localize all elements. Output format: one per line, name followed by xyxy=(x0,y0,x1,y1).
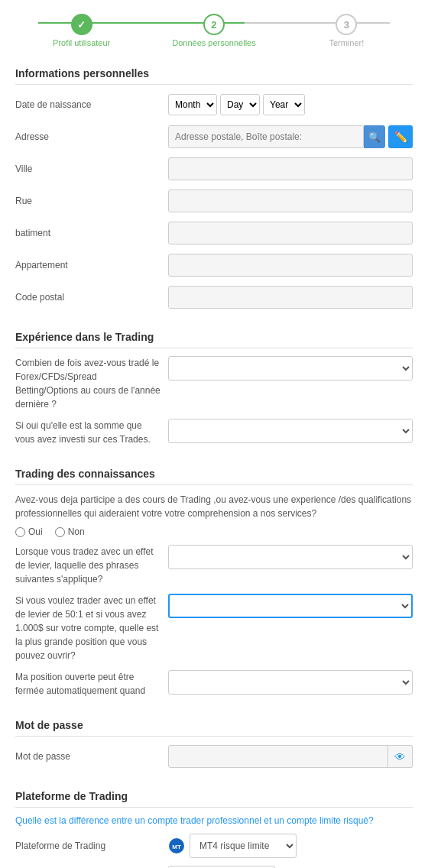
svg-text:MT: MT xyxy=(172,844,181,850)
address-input-wrapper: 🔍 ✏️ xyxy=(168,125,413,148)
personal-info-section: Informations personnelles Date de naissa… xyxy=(0,53,428,309)
apartment-input[interactable] xyxy=(168,254,413,277)
edit-icon: ✏️ xyxy=(394,131,407,143)
dob-inputs: Month Day Year xyxy=(168,94,413,115)
knowledge-q5-select[interactable] xyxy=(168,670,413,695)
trading-experience-title: Expérience dans le Trading xyxy=(15,325,413,348)
password-title: Mot de passe xyxy=(15,713,413,737)
postal-row: Code postal xyxy=(15,285,413,309)
password-eye-button[interactable]: 👁 xyxy=(388,745,413,768)
personal-info-title: Informations personnelles xyxy=(15,61,413,85)
password-row: Mot de passe 👁 xyxy=(15,744,413,769)
password-label: Mot de passe xyxy=(15,750,168,763)
password-section: Mot de passe Mot de passe 👁 xyxy=(0,705,428,769)
step-3-circle: 3 xyxy=(336,14,357,35)
step-2-circle: 2 xyxy=(203,14,225,35)
dob-year-select[interactable]: Year xyxy=(263,94,305,115)
building-row: batiment xyxy=(15,221,413,245)
platform-row: Plateforme de Trading MT MT4 risque limi… xyxy=(15,834,413,858)
oui-radio[interactable] xyxy=(15,527,25,537)
address-input[interactable] xyxy=(168,125,364,148)
oui-label: Oui xyxy=(28,526,43,537)
apartment-input-wrapper xyxy=(168,254,413,277)
knowledge-q3-input-wrapper xyxy=(168,545,413,586)
knowledge-q5-input-wrapper xyxy=(168,670,413,698)
stepper: ✓ Profil utilisateur 2 Données personnel… xyxy=(0,0,428,53)
city-input[interactable] xyxy=(168,157,413,180)
trading-q1-select[interactable] xyxy=(168,356,413,381)
knowledge-q4-select[interactable] xyxy=(168,594,413,618)
building-input[interactable] xyxy=(168,222,413,245)
street-input[interactable] xyxy=(168,189,413,212)
address-search-button[interactable]: 🔍 xyxy=(364,125,385,148)
apartment-label: Appartement xyxy=(15,259,168,272)
oui-non-group: Oui Non xyxy=(15,526,413,537)
knowledge-q5-label: Ma position ouverte peut être fermée aut… xyxy=(15,670,168,698)
dob-month-select[interactable]: Month xyxy=(168,94,217,115)
city-row: Ville xyxy=(15,157,413,181)
knowledge-q4-row: Si vous voulez trader avec un effet de l… xyxy=(15,594,413,662)
street-label: Rue xyxy=(15,195,168,208)
building-label: batiment xyxy=(15,227,168,240)
postal-input-wrapper xyxy=(168,286,413,309)
postal-label: Code postal xyxy=(15,291,168,304)
trading-q1-input-wrapper xyxy=(168,356,413,411)
city-input-wrapper xyxy=(168,157,413,180)
step-1-circle: ✓ xyxy=(71,14,92,35)
non-label: Non xyxy=(68,526,85,537)
apartment-row: Appartement xyxy=(15,253,413,277)
oui-radio-label[interactable]: Oui xyxy=(15,526,43,537)
trading-platform-section: Plateforme de Trading Quelle est la diff… xyxy=(0,776,428,868)
step-1-label: Profil utilisateur xyxy=(53,38,110,47)
address-row: Adresse 🔍 ✏️ xyxy=(15,125,413,149)
address-controls: 🔍 ✏️ xyxy=(168,125,413,148)
step-3-number: 3 xyxy=(344,19,349,31)
trading-q1-row: Combien de fois avez-vous tradé le Forex… xyxy=(15,356,413,411)
eye-icon: 👁 xyxy=(394,750,406,763)
postal-input[interactable] xyxy=(168,286,413,309)
dob-label: Date de naissance xyxy=(15,99,168,112)
knowledge-q5-row: Ma position ouverte peut être fermée aut… xyxy=(15,670,413,698)
address-edit-button[interactable]: ✏️ xyxy=(388,125,413,148)
step-1: ✓ Profil utilisateur xyxy=(15,14,148,47)
trading-q2-label: Si oui qu'elle est la somme que vous ave… xyxy=(15,419,168,446)
step-2-number: 2 xyxy=(211,19,216,31)
trading-experience-section: Expérience dans le Trading Combien de fo… xyxy=(0,317,428,446)
platform-info-link[interactable]: Quelle est la différence entre un compte… xyxy=(15,815,413,826)
address-label: Adresse xyxy=(15,131,168,144)
platform-input-wrapper: MT MT4 risque limite xyxy=(168,834,413,858)
knowledge-q3-select[interactable] xyxy=(168,545,413,569)
city-label: Ville xyxy=(15,163,168,176)
trading-q2-row: Si oui qu'elle est la somme que vous ave… xyxy=(15,419,413,446)
dob-row: Date de naissance Month Day Year xyxy=(15,92,413,117)
trading-knowledge-section: Trading des connaissances Avez-vous deja… xyxy=(0,454,428,698)
knowledge-q3-label: Lorsque vous tradez avec un effet de lev… xyxy=(15,545,168,586)
password-input[interactable] xyxy=(168,745,388,768)
trading-q1-label: Combien de fois avez-vous tradé le Forex… xyxy=(15,356,168,411)
building-input-wrapper xyxy=(168,222,413,245)
step-2-label: Données personnelles xyxy=(172,38,255,47)
dob-day-select[interactable]: Day xyxy=(220,94,260,115)
platform-label: Plateforme de Trading xyxy=(15,840,168,853)
mt4-icon: MT xyxy=(168,837,185,854)
search-icon: 🔍 xyxy=(368,131,381,143)
street-input-wrapper xyxy=(168,189,413,212)
trading-platform-title: Plateforme de Trading xyxy=(15,784,413,808)
street-row: Rue xyxy=(15,189,413,213)
step-3-label: Terminer! xyxy=(329,38,364,47)
trading-knowledge-title: Trading des connaissances xyxy=(15,462,413,485)
step-2: 2 Données personnelles xyxy=(148,14,280,47)
trading-q2-select[interactable] xyxy=(168,419,413,443)
platform-controls: MT MT4 risque limite xyxy=(168,834,413,858)
knowledge-q4-input-wrapper xyxy=(168,594,413,662)
step-3: 3 Terminer! xyxy=(280,14,413,47)
password-input-wrapper: 👁 xyxy=(168,745,413,768)
checkmark-icon: ✓ xyxy=(77,19,86,31)
trading-q2-input-wrapper xyxy=(168,419,413,446)
knowledge-q3-row: Lorsque vous tradez avec un effet de lev… xyxy=(15,545,413,586)
platform-select[interactable]: MT4 risque limite xyxy=(190,834,297,858)
trading-knowledge-intro: Avez-vous deja participe a des cours de … xyxy=(15,493,413,520)
password-controls: 👁 xyxy=(168,745,413,768)
non-radio[interactable] xyxy=(55,527,65,537)
non-radio-label[interactable]: Non xyxy=(55,526,85,537)
